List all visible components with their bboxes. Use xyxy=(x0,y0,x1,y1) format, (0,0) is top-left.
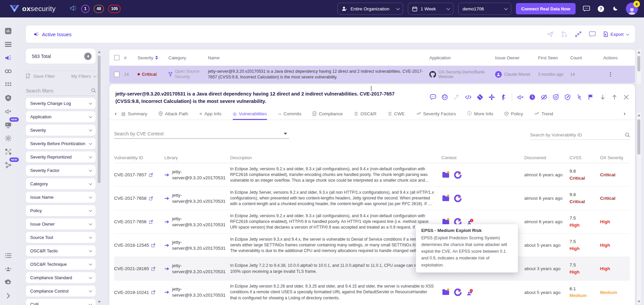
detail-panel-scrollbar[interactable] xyxy=(637,113,641,304)
filter-oscr-technique[interactable]: OSC&R Technique xyxy=(26,259,96,270)
filter-policy[interactable]: Policy xyxy=(26,205,96,216)
shield-edit-icon[interactable] xyxy=(564,94,571,101)
context-exposed-icon[interactable] xyxy=(453,288,462,297)
git-icon[interactable] xyxy=(477,94,483,101)
cve-context-select[interactable]: Search by CVE Context xyxy=(114,129,289,139)
tab-policy[interactable]: Policy xyxy=(504,108,523,120)
vuln-row[interactable]: CVE-2017-7657 jetty-server@9.3.20.v20170… xyxy=(114,163,630,187)
context-exposed-icon[interactable] xyxy=(453,194,462,203)
external-link-icon[interactable] xyxy=(149,173,153,177)
save-filter-button[interactable]: Save Filter xyxy=(26,73,55,79)
alert-badge-red[interactable]: 105 xyxy=(108,5,121,13)
external-link-icon[interactable] xyxy=(151,243,155,247)
tab-app-info[interactable]: ≡App Info xyxy=(200,108,221,120)
sidebar-item-team[interactable] xyxy=(0,262,16,276)
row-actions-kebab[interactable]: ⋮ xyxy=(608,73,613,75)
sidebar-item-audit-log[interactable] xyxy=(0,249,16,262)
help-icon[interactable]: ? xyxy=(597,5,604,12)
external-link-icon[interactable] xyxy=(151,290,155,294)
sidebar-item-inventory[interactable] xyxy=(0,145,16,158)
vuln-row[interactable]: CVE-2018-12545 jetty-server@9.3.20.v2017… xyxy=(114,234,630,257)
jira-icon[interactable] xyxy=(500,94,507,101)
close-icon[interactable] xyxy=(623,94,630,101)
dark-mode-moon-icon[interactable] xyxy=(612,5,619,12)
sidebar-item-dashboard[interactable] xyxy=(0,24,16,38)
pipeline-steps-icon[interactable] xyxy=(575,31,582,38)
flag-icon[interactable] xyxy=(588,94,594,101)
filter-compliance-control[interactable]: Compliance Control xyxy=(26,286,96,297)
tab-commits[interactable]: ‹›Commits xyxy=(278,108,302,120)
application-name[interactable]: OX-Security-Demo/Bank-Website xyxy=(438,70,495,79)
sidebar-item-attack-surface[interactable] xyxy=(0,131,16,145)
tenant-selector[interactable]: demo1706 xyxy=(458,3,511,15)
comment-icon[interactable] xyxy=(589,31,596,38)
row-checkbox[interactable] xyxy=(114,72,119,77)
vuln-row[interactable]: CVE-2017-7658 jetty-server@9.3.20.v20170… xyxy=(114,187,630,210)
sidebar-item-settings[interactable] xyxy=(0,276,16,289)
vulnerability-search-input[interactable] xyxy=(530,132,614,137)
sidebar-item-policy-scan[interactable] xyxy=(0,91,16,105)
snooze-clock-icon[interactable] xyxy=(529,94,536,101)
tab-more-info[interactable]: ⓘMore Info xyxy=(467,108,493,120)
connect-real-data-button[interactable]: Connect Real Data Now xyxy=(516,3,576,14)
sidebar-item-dismissed-issues[interactable] xyxy=(0,105,16,118)
magic-wand-icon[interactable] xyxy=(453,94,460,101)
context-exposed-icon[interactable] xyxy=(453,171,462,179)
vuln-row[interactable]: CVE-2017-7656 jetty-server@9.3.20.v20170… xyxy=(114,210,630,234)
filter-severity[interactable]: Severity xyxy=(26,125,96,136)
pull-request-icon[interactable] xyxy=(576,94,583,101)
filter-issue-owner[interactable]: Issue Owner xyxy=(26,219,96,230)
issues-scrollbar[interactable] xyxy=(637,50,641,84)
filter-oscr-tactic[interactable]: OSC&R Tactic xyxy=(26,245,96,256)
feedback-chat-icon[interactable] xyxy=(583,6,590,12)
tab-compliance[interactable]: Compliance xyxy=(313,108,342,120)
filter-category[interactable]: Category xyxy=(26,178,96,189)
vuln-row-hovered[interactable]: CVE-2021-28165 jetty-server@9.3.20.v2017… xyxy=(114,257,630,281)
filter-issue-name[interactable]: Issue Name xyxy=(26,192,96,203)
external-link-icon[interactable] xyxy=(151,267,155,271)
tab-oscr[interactable]: ☰OSC&R xyxy=(354,108,377,120)
sidebar-item-apps-grid[interactable] xyxy=(0,78,16,91)
my-filters-dropdown[interactable]: My Filters xyxy=(71,74,96,79)
filter-source-tool[interactable]: Source Tool xyxy=(26,232,96,243)
filter-severity-before-prioritization[interactable]: Severity Before Prioritization xyxy=(26,138,96,149)
user-avatar[interactable]: ♛ xyxy=(626,3,638,15)
org-selector[interactable]: Entire Organization xyxy=(337,3,403,15)
sidebar-expand-chevron[interactable] xyxy=(0,289,16,302)
shield-dismiss-icon[interactable] xyxy=(552,94,559,101)
hide-eye-off-icon[interactable] xyxy=(541,94,547,101)
vuln-row[interactable]: CVE-2019-10241 jetty-server@9.3.20.v2017… xyxy=(114,281,630,304)
tab-vulnerabilities[interactable]: ◎Vulnerabilities xyxy=(233,108,267,120)
alert-badge-orange[interactable]: 48 xyxy=(94,5,104,13)
issue-row-selected[interactable]: 14 Critical Open Source Security jetty-s… xyxy=(109,66,635,83)
tab-severity-factors[interactable]: Severity Factors xyxy=(416,108,456,120)
tab-attack-path[interactable]: Attack Path xyxy=(159,108,188,120)
comment-icon[interactable] xyxy=(430,94,436,101)
search-filters-input[interactable] xyxy=(26,86,96,96)
filter-severity-reprioritized[interactable]: Severity Reprioritized xyxy=(26,151,96,163)
filter-severity-factor[interactable]: Severity Factor xyxy=(26,165,96,176)
filter-cve[interactable]: CVE xyxy=(26,299,96,305)
sort-icon[interactable] xyxy=(155,56,158,60)
filter-compliance-standard[interactable]: Compliance Standard xyxy=(26,272,96,283)
filter-application[interactable]: Application xyxy=(26,111,96,122)
export-button[interactable]: Export xyxy=(603,32,628,37)
arrow-down-icon[interactable] xyxy=(599,94,606,101)
sidebar-item-pipelines[interactable] xyxy=(0,64,16,78)
slack-icon[interactable] xyxy=(488,94,495,101)
tab-summary[interactable]: ▤Summary xyxy=(121,108,147,120)
share-icon[interactable] xyxy=(547,31,553,38)
arrow-up-icon[interactable] xyxy=(611,94,618,101)
openai-assistant-icon[interactable] xyxy=(441,94,448,101)
tab-cwe[interactable]: ☰CWE xyxy=(388,108,405,120)
sidebar-item-workflows[interactable]: NEW xyxy=(0,158,16,172)
external-link-icon[interactable] xyxy=(149,220,153,224)
sidebar-item-pr-monitor[interactable]: NEW xyxy=(0,118,16,131)
external-link-icon[interactable] xyxy=(149,196,153,200)
context-folder-icon[interactable] xyxy=(441,194,450,203)
tabs-scroll-right[interactable]: › xyxy=(618,110,630,117)
ox-logo[interactable]: oxsecurity xyxy=(9,4,56,13)
alert-badge-purple[interactable]: 1 xyxy=(81,5,90,13)
select-all-checkbox[interactable] xyxy=(114,55,119,60)
period-selector[interactable]: 1 Week xyxy=(408,3,453,15)
